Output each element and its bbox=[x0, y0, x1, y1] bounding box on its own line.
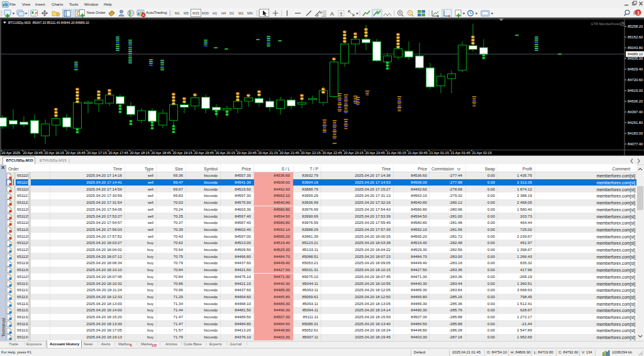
svg-text:20 Apr 16:15: 20 Apr 16:15 bbox=[45, 151, 64, 155]
svg-text:20 Apr 17:15: 20 Apr 17:15 bbox=[87, 151, 107, 155]
svg-text:GTR MemberForex: GTR MemberForex bbox=[591, 22, 621, 26]
svg-text:85152.60: 85152.60 bbox=[628, 35, 643, 39]
svg-text:20 Apr 15:45: 20 Apr 15:45 bbox=[23, 151, 43, 155]
svg-text:20 Apr 20:45: 20 Apr 20:45 bbox=[237, 151, 257, 155]
svg-text:84829.40: 84829.40 bbox=[628, 67, 643, 71]
svg-text:21 Apr 00:45: 21 Apr 00:45 bbox=[408, 151, 428, 155]
svg-text:20 Apr 2025: 20 Apr 2025 bbox=[2, 151, 21, 155]
svg-text:1: 1 bbox=[637, 10, 640, 16]
svg-text:85258.20: 85258.20 bbox=[628, 25, 643, 28]
svg-text:Terminal: Terminal bbox=[1, 318, 6, 337]
svg-text:84183.00: 84183.00 bbox=[628, 131, 643, 135]
svg-text:84720.60: 84720.60 bbox=[628, 78, 643, 82]
svg-text:20 Apr 19:15: 20 Apr 19:15 bbox=[173, 151, 192, 155]
svg-text:20 Apr 16:45: 20 Apr 16:45 bbox=[66, 151, 86, 155]
svg-text:20 Apr 22:45: 20 Apr 22:45 bbox=[323, 151, 342, 155]
svg-text:20 Apr 22:15: 20 Apr 22:15 bbox=[301, 151, 321, 155]
svg-text:20 Apr 21:45: 20 Apr 21:45 bbox=[280, 151, 299, 155]
svg-text:BTCUSDp,M15 85047.20 85111.40: BTCUSDp,M15 85047.20 85111.40 84944.20 8… bbox=[8, 21, 89, 25]
svg-text:20 Apr 18:15: 20 Apr 18:15 bbox=[130, 151, 150, 155]
svg-text:84077.40: 84077.40 bbox=[628, 142, 643, 146]
svg-text:84506.20: 84506.20 bbox=[628, 99, 643, 103]
svg-text:84989.10: 84989.10 bbox=[628, 52, 643, 56]
svg-text:21 Apr 01:15: 21 Apr 01:15 bbox=[430, 151, 449, 155]
svg-text:20 Apr 20:15: 20 Apr 20:15 bbox=[216, 151, 235, 155]
svg-text:20 Apr 19:45: 20 Apr 19:45 bbox=[194, 151, 214, 155]
svg-text:84615.00: 84615.00 bbox=[628, 89, 643, 92]
svg-text:21 Apr 02:15: 21 Apr 02:15 bbox=[472, 151, 492, 155]
svg-text:84935.00: 84935.00 bbox=[628, 57, 643, 60]
svg-text:20 Apr 23:45: 20 Apr 23:45 bbox=[365, 151, 385, 155]
svg-text:20 Apr 23:15: 20 Apr 23:15 bbox=[344, 151, 364, 155]
svg-text:A: A bbox=[330, 11, 334, 17]
svg-text:20 Apr 17:45: 20 Apr 17:45 bbox=[109, 151, 128, 155]
svg-text:20 Apr 21:15: 20 Apr 21:15 bbox=[258, 151, 278, 155]
svg-text:85043.80: 85043.80 bbox=[628, 46, 643, 50]
svg-text:21 Apr 00:15: 21 Apr 00:15 bbox=[387, 151, 406, 155]
svg-text:21 Apr 01:45: 21 Apr 01:45 bbox=[451, 151, 470, 155]
svg-text:20 Apr 18:45: 20 Apr 18:45 bbox=[152, 151, 171, 155]
svg-text:T: T bbox=[340, 11, 343, 17]
svg-text:84397.40: 84397.40 bbox=[628, 110, 643, 114]
svg-text:84291.80: 84291.80 bbox=[628, 121, 643, 125]
